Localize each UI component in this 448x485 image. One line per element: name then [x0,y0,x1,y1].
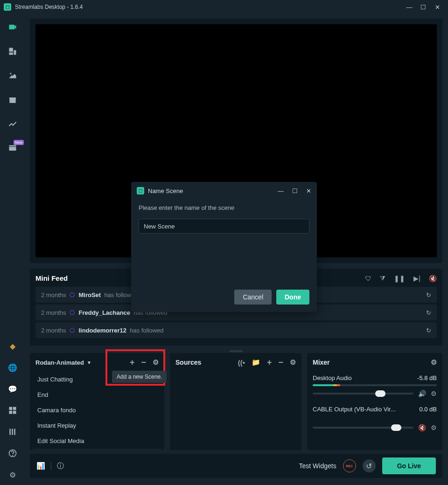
rail-settings-icon[interactable]: ⚙ [7,469,18,480]
rail-analytics[interactable] [7,118,18,130]
minimize-icon[interactable]: — [402,0,416,14]
close-icon[interactable]: ✕ [430,0,444,14]
resize-handle[interactable] [30,349,442,353]
rail-layouts[interactable] [7,46,18,57]
rail-store[interactable] [7,94,18,105]
footer-bar: 📊 ⓘ Test Widgets REC ↺ Go Live [30,454,442,478]
go-live-button[interactable]: Go Live [382,457,436,474]
rail-org-icon[interactable]: ◆ [7,340,18,352]
feed-age: 2 months [41,309,66,316]
replay-alert-icon[interactable]: ↻ [426,309,431,316]
audio-meter [313,384,437,386]
svg-rect-1 [14,50,16,55]
channel-settings-icon[interactable]: ⚙ [431,424,437,431]
mixer-channel: CABLE Output (VB-Audio Vir... 0.0 dB 🔇 ⚙ [313,406,437,431]
done-button[interactable]: Done [276,290,309,305]
chevron-down-icon: ▼ [87,360,91,365]
channel-db: 0.0 dB [419,406,437,413]
channel-db: -5.8 dB [417,374,437,381]
rail-highlighter[interactable]: New [7,143,18,154]
svg-rect-12 [14,429,15,435]
add-scene-tooltip: Add a new Scene. [112,371,167,383]
scene-item[interactable]: End [33,387,161,402]
feed-action: has followed [130,327,163,334]
rail-themes[interactable] [7,70,18,81]
twitch-icon: ⎔ [70,291,75,298]
add-folder-icon[interactable]: 📁 [252,358,260,367]
replay-alert-icon[interactable]: ↻ [426,327,431,334]
scene-collection-dropdown[interactable]: Rodan-Animated ▼ [35,359,91,366]
svg-rect-10 [9,429,11,435]
svg-rect-2 [9,53,13,55]
twitch-icon: ⎔ [70,309,75,316]
sources-title: Sources [175,359,201,366]
source-settings-icon[interactable]: ⚙ [290,358,296,367]
svg-point-14 [13,456,13,456]
channel-name: CABLE Output (VB-Audio Vir... [313,406,396,413]
svg-rect-0 [9,48,13,52]
scenes-panel: Rodan-Animated ▼ + − ⚙ Just Chatting End… [30,353,164,450]
feed-user: lindodemorrer12 [78,327,126,334]
filter-icon[interactable]: ⧩ [380,274,385,282]
pause-icon[interactable]: ❚❚ [394,275,405,282]
studio-mode-icon[interactable]: ((• [238,359,245,367]
remove-source-button[interactable]: − [278,358,283,367]
left-rail: New ◆ 🌐 💬 ⚙ [0,14,25,485]
scene-item[interactable]: Instant Replay [33,418,161,433]
svg-rect-7 [13,407,16,410]
svg-rect-5 [9,145,16,146]
skip-icon[interactable]: ▶| [413,275,420,282]
scene-item[interactable]: Starting Countdown / Cuenta atrás [33,449,161,450]
record-button[interactable]: REC [343,459,356,472]
modal-minimize-icon[interactable]: — [278,187,284,194]
rail-globe-icon[interactable]: 🌐 [7,362,18,373]
remove-scene-button[interactable]: − [141,358,146,367]
scene-item[interactable]: Camara fondo [33,402,161,417]
new-badge: New [14,140,24,145]
app-icon: ⬚ [4,3,11,11]
modal-app-icon: ⬚ [137,187,144,194]
replay-buffer-button[interactable]: ↺ [363,459,376,472]
replay-alert-icon[interactable]: ↻ [426,291,431,298]
volume-slider[interactable] [313,427,413,429]
speaker-icon[interactable]: 🔊 [418,390,426,397]
mute-icon[interactable]: 🔇 [418,424,426,431]
svg-rect-4 [9,147,16,151]
feed-row[interactable]: 2 months ⎔ lindodemorrer12 has followed … [35,322,437,338]
scene-name-input[interactable] [139,219,309,234]
maximize-icon[interactable]: ☐ [416,0,430,14]
test-widgets-button[interactable]: Test Widgets [299,462,336,470]
svg-rect-6 [9,407,13,410]
rail-mixer-icon[interactable] [7,426,18,437]
info-icon[interactable]: ⓘ [57,462,64,471]
feed-user: MiroSet [78,291,101,298]
window-controls: — ☐ ✕ [402,0,444,14]
channel-name: Desktop Audio [313,374,352,381]
volume-slider[interactable] [313,393,413,395]
rail-help-icon[interactable] [7,448,18,459]
add-source-button[interactable]: + [267,358,272,367]
mute-alerts-icon[interactable]: 🔇 [429,275,437,282]
modal-close-icon[interactable]: ✕ [306,187,311,194]
mini-feed-title: Mini Feed [35,274,68,282]
divider [51,462,51,470]
scene-settings-icon[interactable]: ⚙ [153,358,159,367]
modal-prompt: Please enter the name of the scene [139,204,309,211]
cancel-button[interactable]: Cancel [234,290,272,305]
sources-panel: Sources ((• 📁 + − ⚙ [170,353,301,450]
titlebar: ⬚ Streamlabs Desktop - 1.6.4 — ☐ ✕ [0,0,448,14]
scenes-list: Just Chatting End Camara fondo Instant R… [30,372,164,450]
channel-settings-icon[interactable]: ⚙ [431,390,437,397]
scene-item[interactable]: Edit Social Media [33,433,161,448]
twitch-icon: ⎔ [70,327,75,334]
rail-editor[interactable] [7,21,18,33]
rail-apps-icon[interactable] [7,405,18,416]
stats-icon[interactable]: 📊 [36,462,45,470]
shield-icon[interactable]: 🛡 [365,275,371,282]
rail-chat-icon[interactable]: 💬 [7,383,18,395]
mixer-title: Mixer [313,359,330,366]
mixer-settings-icon[interactable]: ⚙ [431,358,437,367]
add-scene-button[interactable]: + [130,358,135,367]
modal-maximize-icon[interactable]: ☐ [292,187,298,194]
mixer-panel: Mixer ⚙ Desktop Audio -5.8 dB [307,353,442,450]
